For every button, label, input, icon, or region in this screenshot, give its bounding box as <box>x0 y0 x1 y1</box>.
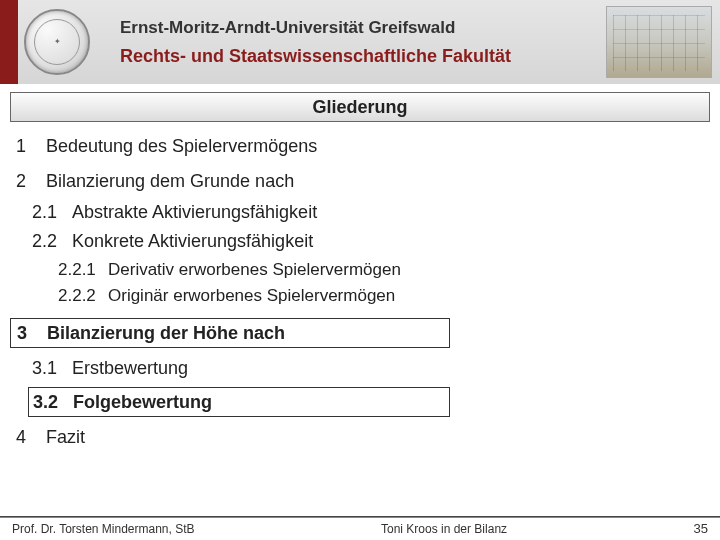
outline-text: Folgebewertung <box>73 392 212 413</box>
outline-item-1: 1 Bedeutung des Spielervermögens <box>10 136 710 157</box>
outline-text: Originär erworbenes Spielervermögen <box>108 286 395 306</box>
outline-item-2-2: 2.2 Konkrete Aktivierungsfähigkeit <box>10 231 710 252</box>
outline-text: Abstrakte Aktivierungsfähigkeit <box>72 202 317 223</box>
header-text-block: Ernst-Moritz-Arndt-Universität Greifswal… <box>120 18 606 67</box>
outline-number: 2.1 <box>32 202 72 223</box>
footer-page-number: 35 <box>694 521 708 536</box>
outline-list: 1 Bedeutung des Spielervermögens 2 Bilan… <box>10 136 710 448</box>
outline-text: Fazit <box>46 427 85 448</box>
building-image-icon <box>606 6 712 78</box>
outline-number: 4 <box>16 427 46 448</box>
outline-item-3-highlighted: 3 Bilanzierung der Höhe nach <box>10 318 450 348</box>
outline-item-2-1: 2.1 Abstrakte Aktivierungsfähigkeit <box>10 202 710 223</box>
slide-footer: Prof. Dr. Torsten Mindermann, StB Toni K… <box>0 516 720 540</box>
outline-item-3-1: 3.1 Erstbewertung <box>10 358 710 379</box>
outline-text: Erstbewertung <box>72 358 188 379</box>
outline-number: 2.2.1 <box>58 260 108 280</box>
outline-item-3-2-highlighted: 3.2 Folgebewertung <box>28 387 450 417</box>
accent-bar <box>0 0 18 84</box>
outline-number: 2.2 <box>32 231 72 252</box>
outline-text: Konkrete Aktivierungsfähigkeit <box>72 231 313 252</box>
university-seal-icon: ✦ <box>24 9 90 75</box>
outline-number: 3.1 <box>32 358 72 379</box>
section-title: Gliederung <box>10 92 710 122</box>
outline-number: 3 <box>17 323 47 344</box>
outline-text: Bilanzierung dem Grunde nach <box>46 171 294 192</box>
outline-number: 3.2 <box>33 392 73 413</box>
seal-placeholder: ✦ <box>54 38 61 46</box>
slide-header: ✦ Ernst-Moritz-Arndt-Universität Greifsw… <box>0 0 720 84</box>
footer-topic: Toni Kroos in der Bilanz <box>195 522 694 536</box>
outline-item-2-2-2: 2.2.2 Originär erworbenes Spielervermöge… <box>10 286 710 306</box>
footer-author: Prof. Dr. Torsten Mindermann, StB <box>12 522 195 536</box>
outline-text: Derivativ erworbenes Spielervermögen <box>108 260 401 280</box>
outline-text: Bedeutung des Spielervermögens <box>46 136 317 157</box>
outline-number: 2 <box>16 171 46 192</box>
section-title-text: Gliederung <box>312 97 407 118</box>
slide-body: Gliederung 1 Bedeutung des Spielervermög… <box>0 84 720 448</box>
outline-number: 2.2.2 <box>58 286 108 306</box>
outline-number: 1 <box>16 136 46 157</box>
outline-item-2: 2 Bilanzierung dem Grunde nach <box>10 171 710 192</box>
university-name: Ernst-Moritz-Arndt-Universität Greifswal… <box>120 18 606 38</box>
outline-item-2-2-1: 2.2.1 Derivativ erworbenes Spielervermög… <box>10 260 710 280</box>
outline-text: Bilanzierung der Höhe nach <box>47 323 285 344</box>
faculty-name: Rechts- und Staatswissenschaftliche Faku… <box>120 46 606 67</box>
outline-item-4: 4 Fazit <box>10 427 710 448</box>
